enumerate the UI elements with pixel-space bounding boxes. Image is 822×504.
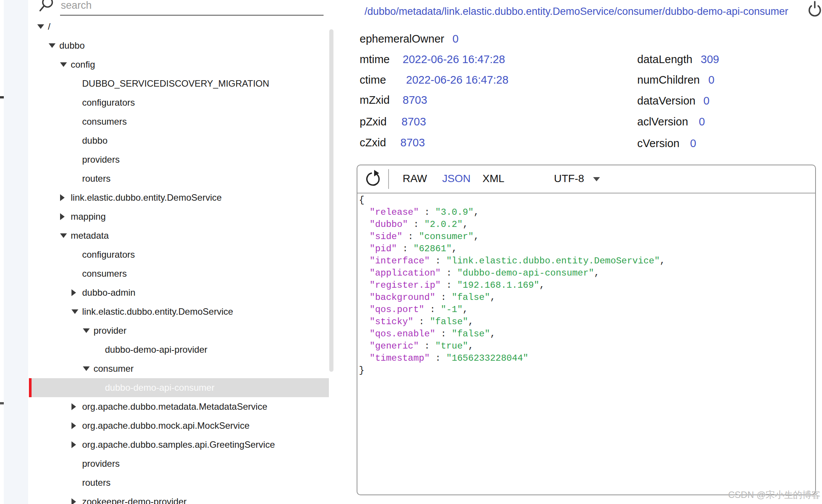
json-key: "qos.enable" [370, 329, 435, 339]
stat-label: mtime [360, 53, 390, 66]
encoding-select[interactable]: UTF-8 [554, 173, 584, 185]
json-comma: , [468, 317, 473, 327]
tree-item[interactable]: dubbo-demo-api-provider [29, 340, 329, 359]
tree-item-label: zookeeper-demo-provider [82, 496, 187, 504]
tree-item[interactable]: provider [29, 321, 329, 340]
tab-json[interactable]: JSON [442, 173, 471, 185]
json-value: "3.0.9" [435, 207, 474, 217]
stat-right-row: dataVersion0 [637, 93, 822, 108]
json-comma: , [463, 304, 468, 315]
tree-item[interactable]: link.elastic.dubbo.entity.DemoService [29, 188, 329, 207]
json-value: "link.elastic.dubbo.entity.DemoService" [446, 256, 660, 266]
tab-xml[interactable]: XML [482, 173, 505, 185]
json-viewer: {"release" : "3.0.9","dubbo" : "2.0.2","… [357, 194, 815, 377]
json-value: "true" [435, 341, 468, 351]
tree-item-label: routers [82, 173, 111, 184]
tree-item[interactable]: config [29, 55, 329, 74]
data-panel-toolbar: RAW JSON XML UTF-8 [357, 165, 815, 193]
json-value: "2.0.2" [424, 219, 463, 230]
tree-item-label: consumers [82, 268, 127, 279]
tree-item[interactable]: dubbo [29, 36, 329, 55]
json-key: "application" [370, 268, 441, 278]
json-comma: , [660, 256, 665, 266]
stat-value: 2022-06-26 16:47:28 [403, 53, 505, 66]
tree-expand-arrow-icon[interactable] [71, 422, 82, 429]
tree-item[interactable]: org.apache.dubbo.metadata.MetadataServic… [29, 397, 329, 416]
tree-item[interactable]: metadata [29, 226, 329, 245]
tree-item[interactable]: dubbo-admin [29, 283, 329, 302]
tree-item-label: consumer [94, 363, 133, 374]
json-colon: : [424, 304, 441, 315]
tree-item-selected[interactable]: dubbo-demo-api-consumer [29, 378, 329, 397]
tree-expand-arrow-icon[interactable] [71, 441, 82, 448]
tree-collapse-arrow-icon[interactable] [83, 366, 94, 371]
triangle-glyph [71, 309, 78, 314]
tree-collapse-arrow-icon[interactable] [37, 24, 48, 29]
tree-item[interactable]: providers [29, 454, 329, 473]
stat-label: ctime [360, 74, 386, 86]
tree-item[interactable]: providers [29, 150, 329, 169]
json-comma: , [474, 207, 479, 217]
tree-item-label: providers [82, 154, 120, 165]
tree-item[interactable]: DUBBO_SERVICEDISCOVERY_MIGRATION [29, 74, 329, 93]
json-key: "qos.port" [370, 304, 424, 315]
chevron-down-icon[interactable] [593, 177, 600, 181]
tree-item[interactable]: mapping [29, 207, 329, 226]
json-value: "192.168.1.169" [457, 280, 539, 290]
stat-label: pZxid [360, 116, 387, 128]
tree-item[interactable]: org.apache.dubbo.mock.api.MockService [29, 416, 329, 435]
tree-item[interactable]: dubbo [29, 131, 329, 150]
tree-item[interactable]: link.elastic.dubbo.entity.DemoService [29, 302, 329, 321]
tree-scrollbar-thumb[interactable] [329, 29, 333, 372]
tree-item[interactable]: zookeeper-demo-provider [29, 492, 329, 504]
stat-label: dataVersion [637, 95, 695, 107]
json-line: "generic" : "true", [357, 340, 815, 352]
tree-collapse-arrow-icon[interactable] [49, 43, 59, 48]
tree-item[interactable]: configurators [29, 245, 329, 264]
tree-item[interactable]: configurators [29, 93, 329, 112]
stat-value: 0 [703, 95, 709, 107]
tree-collapse-arrow-icon[interactable] [60, 62, 71, 67]
tree-item[interactable]: / [29, 17, 329, 36]
stat-label: numChildren [637, 74, 700, 86]
json-value: "1656233228044" [446, 353, 528, 363]
tree-collapse-arrow-icon[interactable] [60, 233, 71, 238]
tree-expand-arrow-icon[interactable] [71, 403, 82, 410]
json-line: "interface" : "link.elastic.dubbo.entity… [357, 255, 815, 267]
tree-item[interactable]: routers [29, 473, 329, 492]
tree-expand-arrow-icon[interactable] [71, 498, 82, 504]
tree-item[interactable]: consumers [29, 264, 329, 283]
tree-item-label: providers [82, 458, 120, 469]
tree-expand-arrow-icon[interactable] [60, 213, 71, 220]
tree-expand-arrow-icon[interactable] [71, 289, 82, 296]
power-button[interactable] [806, 0, 822, 19]
tree-item[interactable]: consumers [29, 112, 329, 131]
refresh-icon[interactable] [363, 170, 382, 189]
tab-raw[interactable]: RAW [403, 173, 427, 185]
tree-expand-arrow-icon[interactable] [60, 194, 71, 201]
triangle-glyph [83, 328, 90, 333]
json-line: "sticky" : "false", [357, 316, 815, 328]
tree-collapse-arrow-icon[interactable] [71, 309, 82, 314]
tree-item-label: org.apache.dubbo.samples.api.GreetingSer… [82, 439, 275, 450]
json-comma: , [468, 341, 473, 351]
json-key: "dubbo" [370, 219, 408, 230]
tree-item-label: org.apache.dubbo.mock.api.MockService [82, 420, 249, 431]
tree-item-label: dubbo-demo-api-provider [105, 344, 207, 355]
json-value: "false" [430, 317, 468, 327]
tree-collapse-arrow-icon[interactable] [83, 328, 94, 333]
tree-item-label: dubbo-admin [82, 287, 135, 298]
tree-item-label: metadata [71, 230, 109, 241]
stat-value: 8703 [400, 136, 425, 149]
stat-value: 309 [701, 53, 719, 66]
stat-value: 2022-06-26 16:47:28 [406, 74, 508, 86]
json-colon: : [441, 268, 457, 278]
tree-item-label: provider [94, 325, 127, 336]
json-key: "release" [370, 207, 419, 217]
json-colon: : [441, 280, 457, 290]
tree-item[interactable]: org.apache.dubbo.samples.api.GreetingSer… [29, 435, 329, 454]
tree-item[interactable]: routers [29, 169, 329, 188]
json-value: "false" [452, 292, 490, 303]
triangle-glyph [83, 366, 90, 371]
tree-item[interactable]: consumer [29, 359, 329, 378]
